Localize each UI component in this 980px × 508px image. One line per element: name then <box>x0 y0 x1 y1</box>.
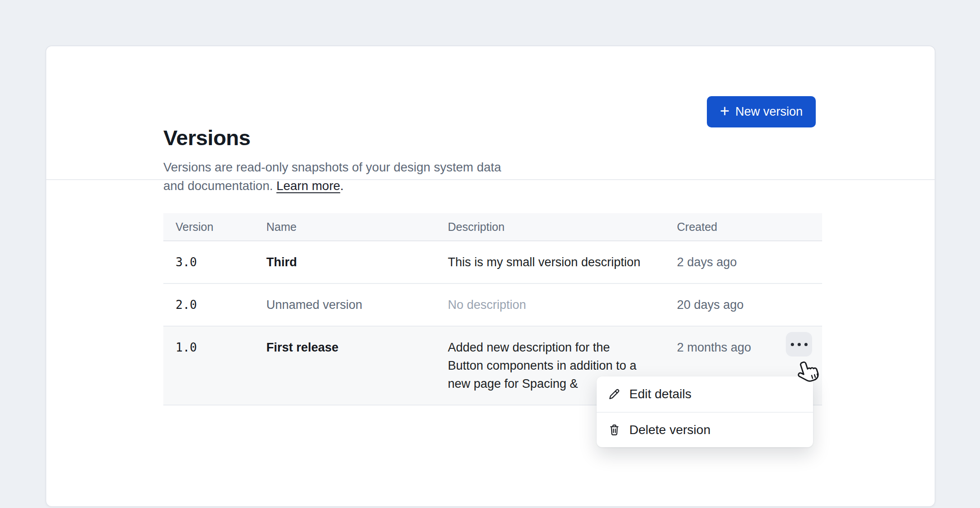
column-header-name: Name <box>254 220 436 234</box>
description-cell: No description <box>436 296 647 314</box>
row-actions-menu: Edit details Delete version <box>597 376 813 447</box>
versions-card: Versions Versions are read-only snapshot… <box>45 45 936 507</box>
table-row[interactable]: 3.0 Third This is my small version descr… <box>163 241 822 284</box>
version-cell: 3.0 <box>163 253 254 271</box>
subtitle-period: . <box>340 179 344 193</box>
name-cell: Third <box>254 253 436 271</box>
column-header-created: Created <box>665 220 822 234</box>
column-header-description: Description <box>436 220 665 234</box>
created-cell: 2 days ago <box>665 253 822 271</box>
table-header-row: Version Name Description Created <box>163 213 822 241</box>
page-title: Versions <box>163 125 250 151</box>
page-subtitle: Versions are read-only snapshots of your… <box>163 158 554 195</box>
pencil-icon <box>608 387 621 401</box>
created-cell: 20 days ago <box>665 296 822 314</box>
menu-item-label: Delete version <box>629 423 710 437</box>
menu-item-edit-details[interactable]: Edit details <box>597 376 813 412</box>
description-cell: This is my small version description <box>436 253 647 271</box>
menu-item-delete-version[interactable]: Delete version <box>597 412 813 447</box>
plus-icon: + <box>720 103 730 119</box>
more-options-button[interactable] <box>786 332 812 357</box>
learn-more-link[interactable]: Learn more <box>276 179 340 193</box>
new-version-button[interactable]: + New version <box>707 96 816 127</box>
menu-item-label: Edit details <box>629 387 691 401</box>
trash-icon <box>608 423 621 437</box>
new-version-button-label: New version <box>735 105 803 119</box>
subtitle-line2: and documentation. <box>163 179 276 193</box>
subtitle-line1: Versions are read-only snapshots of your… <box>163 160 501 174</box>
name-cell: First release <box>254 338 436 393</box>
name-cell: Unnamed version <box>254 296 436 314</box>
table-row[interactable]: 2.0 Unnamed version No description 20 da… <box>163 284 822 327</box>
more-options-icon <box>791 343 794 346</box>
version-cell: 2.0 <box>163 296 254 314</box>
version-cell: 1.0 <box>163 338 254 393</box>
column-header-version: Version <box>163 220 254 234</box>
header-divider <box>46 179 935 180</box>
versions-page: { "header": { "title": "Versions", "subt… <box>0 0 980 508</box>
